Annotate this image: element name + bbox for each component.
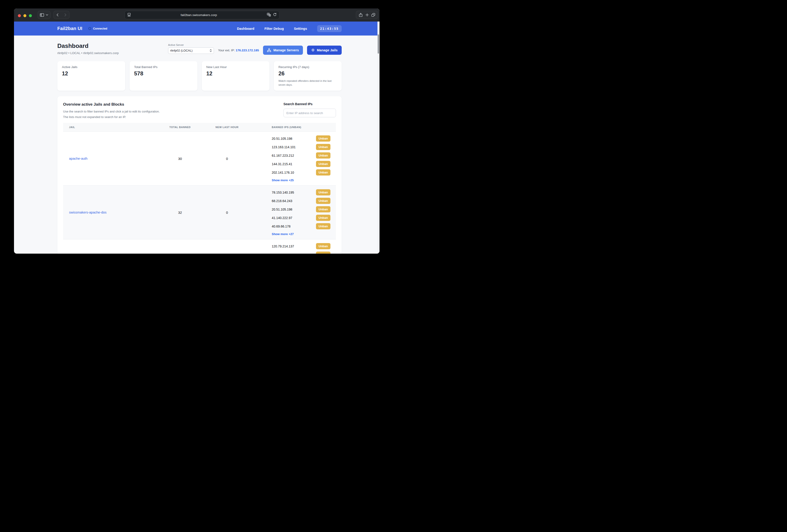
unban-button[interactable]: Unban bbox=[316, 206, 331, 213]
unban-button[interactable]: Unban bbox=[316, 169, 331, 176]
divider bbox=[61, 13, 62, 17]
stat-label: New Last Hour bbox=[206, 65, 265, 69]
reader-view-icon[interactable] bbox=[127, 13, 131, 17]
banned-ip-line: 120.79.214.137 Unban bbox=[272, 243, 331, 249]
column-jail: JAIL bbox=[63, 126, 159, 129]
tab-overview-icon[interactable] bbox=[371, 13, 375, 17]
stat-card-total-banned: Total Banned IPs 578 bbox=[130, 61, 197, 91]
search-input[interactable] bbox=[283, 109, 336, 117]
scrollbar-thumb[interactable] bbox=[378, 35, 379, 53]
banned-ip-line: 20.51.105.198 Unban bbox=[272, 206, 331, 213]
ip-address: 68.218.64.243 bbox=[272, 199, 292, 203]
show-more-link[interactable]: Show more +27 bbox=[272, 232, 294, 236]
unban-button[interactable]: Unban bbox=[316, 251, 331, 253]
column-new-last-hour: NEW LAST HOUR bbox=[201, 126, 253, 129]
unban-button[interactable]: Unban bbox=[316, 215, 331, 221]
url-text[interactable]: fail2ban.swissmakers.corp bbox=[131, 13, 267, 17]
ip-address: 40.69.66.178 bbox=[272, 224, 291, 228]
sidebar-toggle-group bbox=[38, 11, 50, 19]
unban-button[interactable]: Unban bbox=[316, 144, 331, 150]
unban-button[interactable]: Unban bbox=[316, 152, 331, 158]
stat-label: Recurring IPs (7 days) bbox=[278, 65, 337, 69]
table-header: JAIL TOTAL BANNED NEW LAST HOUR BANNED I… bbox=[63, 123, 336, 132]
reload-icon[interactable] bbox=[273, 13, 277, 17]
unban-button[interactable]: Unban bbox=[316, 198, 331, 204]
server-subtitle: rlinfp02 • LOCAL • rlinfp02.swissmakers.… bbox=[57, 51, 119, 55]
jail-link[interactable]: apache-auth bbox=[69, 157, 88, 160]
stat-card-recurring-ips: Recurring IPs (7 days) 26 Watch repeated… bbox=[274, 61, 342, 91]
banned-ip-line: 68.218.64.243 Unban bbox=[272, 198, 331, 204]
chevron-down-icon[interactable] bbox=[46, 14, 48, 16]
ip-address: 41.140.222.97 bbox=[272, 216, 292, 220]
unban-button[interactable]: Unban bbox=[316, 135, 331, 141]
manage-servers-label: Manage Servers bbox=[273, 48, 299, 52]
total-banned-value: 32 bbox=[159, 210, 201, 215]
browser-window: fail2ban.swissmakers.corp bbox=[14, 8, 380, 253]
ip-address: 123.163.114.101 bbox=[272, 145, 296, 149]
forward-icon[interactable] bbox=[64, 13, 66, 17]
back-icon[interactable] bbox=[57, 13, 59, 17]
new-tab-icon[interactable] bbox=[365, 13, 369, 17]
panel-note-2: The lists must not expanded to search fo… bbox=[63, 115, 159, 119]
external-ip: Your ext. IP: 176.223.172.185 bbox=[218, 49, 259, 52]
active-server-label: Active Server bbox=[168, 44, 214, 46]
nav-link-filter-debug[interactable]: Filter Debug bbox=[264, 27, 284, 30]
history-nav-group bbox=[54, 11, 69, 19]
new-last-hour-value: 0 bbox=[201, 210, 253, 215]
banned-ip-line: 41.140.222.97 Unban bbox=[272, 215, 331, 221]
app-brand: Fail2ban UI bbox=[57, 26, 82, 31]
manage-servers-button[interactable]: Manage Servers bbox=[263, 46, 303, 55]
stat-label: Active Jails bbox=[62, 65, 121, 69]
banned-ip-line: 217.217.252.123 Unban bbox=[272, 251, 331, 253]
jail-link[interactable]: swissmakers-apache-dos bbox=[69, 210, 107, 214]
ip-address: 144.31.215.41 bbox=[272, 162, 292, 166]
unban-button[interactable]: Unban bbox=[316, 223, 331, 229]
banned-ip-line: 61.167.223.212 Unban bbox=[272, 152, 331, 158]
panel-note-1: Use the search to filter banned IPs and … bbox=[63, 110, 159, 113]
stat-label: Total Banned IPs bbox=[134, 65, 193, 69]
unban-button[interactable]: Unban bbox=[316, 161, 331, 167]
gear-icon: ⚙ bbox=[311, 48, 314, 52]
nav-link-dashboard[interactable]: Dashboard bbox=[237, 27, 254, 30]
banned-ip-line: 20.51.105.198 Unban bbox=[272, 135, 331, 141]
scrollbar-track[interactable] bbox=[378, 22, 380, 253]
ip-address: 120.79.214.137 bbox=[272, 244, 294, 248]
jails-overview-panel: Overview active Jails and Blocks Use the… bbox=[57, 96, 342, 253]
minimize-window-button[interactable] bbox=[23, 14, 26, 17]
clock: 21:43:55 bbox=[317, 25, 342, 32]
nav-link-settings[interactable]: Settings bbox=[294, 27, 307, 30]
translate-icon[interactable] bbox=[267, 13, 271, 17]
share-icon[interactable] bbox=[359, 13, 363, 17]
active-server-value: rlinfp02 (LOCAL) bbox=[170, 49, 193, 52]
banned-ip-line: 202.141.176.10 Unban bbox=[272, 169, 331, 176]
ip-address: 61.167.223.212 bbox=[272, 154, 294, 157]
address-bar[interactable]: fail2ban.swissmakers.corp bbox=[125, 11, 279, 19]
sidebar-icon[interactable] bbox=[40, 13, 44, 17]
app-navbar: Fail2ban UI Connected Dashboard Filter D… bbox=[14, 22, 380, 36]
close-window-button[interactable] bbox=[18, 14, 21, 17]
zoom-window-button[interactable] bbox=[29, 14, 32, 17]
connection-status: Connected bbox=[88, 27, 107, 30]
stat-value: 12 bbox=[62, 70, 121, 77]
external-ip-label: Your ext. IP: bbox=[218, 49, 236, 52]
panel-title: Overview active Jails and Blocks bbox=[63, 102, 159, 107]
column-banned-ips: BANNED IPS (UNBAN) bbox=[253, 126, 336, 129]
active-server-select[interactable]: rlinfp02 (LOCAL) bbox=[168, 47, 214, 54]
column-total-banned: TOTAL BANNED bbox=[159, 126, 201, 129]
manage-jails-button[interactable]: ⚙ Manage Jails bbox=[307, 46, 342, 55]
banned-ip-line: 40.69.66.178 Unban bbox=[272, 223, 331, 229]
unban-button[interactable]: Unban bbox=[316, 243, 331, 249]
status-label: Connected bbox=[93, 27, 107, 30]
unban-button[interactable]: Unban bbox=[316, 189, 331, 195]
stat-card-active-jails: Active Jails 12 bbox=[57, 61, 125, 91]
manage-jails-label: Manage Jails bbox=[317, 48, 338, 52]
table-row: apache-auth 30 0 20.51.105.198 Unban 123… bbox=[63, 132, 336, 185]
banned-ip-line: 78.153.140.195 Unban bbox=[272, 189, 331, 195]
table-row: 120.79.214.137 Unban 217.217.252.123 Unb… bbox=[63, 239, 336, 253]
table-row: swissmakers-apache-dos 32 0 78.153.140.1… bbox=[63, 185, 336, 239]
total-banned-value: 30 bbox=[159, 157, 201, 161]
page-title: Dashboard bbox=[57, 42, 119, 49]
show-more-link[interactable]: Show more +25 bbox=[272, 178, 294, 182]
external-ip-value: 176.223.172.185 bbox=[236, 49, 259, 52]
search-banned-ips-label: Search Banned IPs bbox=[283, 102, 336, 106]
